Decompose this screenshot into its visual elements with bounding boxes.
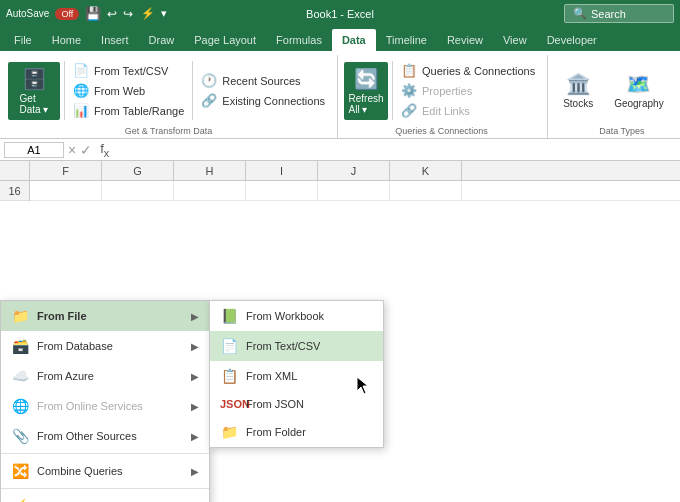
menu-item-from-other[interactable]: 📎 From Other Sources ▶ [1,421,209,451]
cell-f16[interactable] [30,181,102,200]
recent-sources-label: Recent Sources [222,75,300,87]
properties-button[interactable]: ⚙️ Properties [397,81,539,100]
recent-sources-button[interactable]: 🕐 Recent Sources [197,71,329,90]
properties-icon: ⚙️ [401,83,417,98]
formula-bar: × ✓ fx [0,139,680,161]
menu-item-from-azure[interactable]: ☁️ From Azure ▶ [1,361,209,391]
queries-group-label: Queries & Connections [344,124,539,138]
col-header-f[interactable]: F [30,161,102,180]
text-csv-icon: 📄 [73,63,89,78]
menu-item-from-online[interactable]: 🌐 From Online Services ▶ [1,391,209,421]
col-header-h[interactable]: H [174,161,246,180]
search-box[interactable]: 🔍 Search [564,4,674,23]
submenu-item-xml[interactable]: 📋 From XML [210,361,383,391]
get-data-dropdown[interactable]: 📁 From File ▶ 🗃️ From Database ▶ ☁️ From… [0,300,210,502]
tab-review[interactable]: Review [437,29,493,51]
get-data-group-label: Get & Transform Data [8,124,329,138]
launch-pq-icon: ⚡ [11,498,29,502]
tab-file[interactable]: File [4,29,42,51]
expand-data-types-button[interactable]: ▾ [676,68,680,113]
cell-g16[interactable] [102,181,174,200]
cell-j16[interactable] [318,181,390,200]
from-web-button[interactable]: 🌐 From Web [69,81,188,100]
ribbon-items-get-data: 🗄️ GetData ▾ 📄 From Text/CSV 🌐 From Web … [8,57,329,124]
spreadsheet: F G H I J K 16 📁 From File [0,161,680,201]
from-file-submenu[interactable]: 📗 From Workbook 📄 From Text/CSV 📋 From X… [209,300,384,448]
ribbon-group-queries: 🔄 RefreshAll ▾ 📋 Queries & Connections ⚙… [340,55,548,138]
workbook-icon: 📗 [220,308,238,324]
geography-label: Geography [614,98,663,109]
from-table-label: From Table/Range [94,105,184,117]
submenu-item-json[interactable]: JSON From JSON [210,391,383,417]
submenu-item-folder[interactable]: 📁 From Folder [210,417,383,447]
save-icon[interactable]: 💾 [85,6,101,21]
tab-home[interactable]: Home [42,29,91,51]
stocks-button[interactable]: 🏛️ Stocks [554,68,602,113]
tab-view[interactable]: View [493,29,537,51]
tab-developer[interactable]: Developer [537,29,607,51]
from-workbook-label: From Workbook [246,310,324,322]
from-text-csv-button[interactable]: 📄 From Text/CSV [69,61,188,80]
autosave-toggle[interactable]: Off [55,8,79,20]
from-table-button[interactable]: 📊 From Table/Range [69,101,188,120]
from-file-label: From File [37,310,87,322]
menu-item-combine[interactable]: 🔀 Combine Queries ▶ [1,456,209,486]
ribbon-items-data-types: 🏛️ Stocks 🗺️ Geography ▾ [554,57,680,124]
stocks-icon: 🏛️ [566,72,591,96]
autosave-label: AutoSave [6,8,49,19]
from-azure-icon: ☁️ [11,368,29,384]
ribbon: 🗄️ GetData ▾ 📄 From Text/CSV 🌐 From Web … [0,51,680,139]
submenu-item-text-csv[interactable]: 📄 From Text/CSV [210,331,383,361]
ribbon-small-group-data: 📄 From Text/CSV 🌐 From Web 📊 From Table/… [69,61,188,120]
cell-h16[interactable] [174,181,246,200]
menu-item-from-database[interactable]: 🗃️ From Database ▶ [1,331,209,361]
tab-data[interactable]: Data [332,29,376,51]
edit-links-button[interactable]: 🔗 Edit Links [397,101,539,120]
submenu-item-workbook[interactable]: 📗 From Workbook [210,301,383,331]
col-header-j[interactable]: J [318,161,390,180]
row-numbers: 16 [0,181,30,201]
col-header-g[interactable]: G [102,161,174,180]
divider-1 [1,453,209,454]
from-database-label: From Database [37,340,113,352]
geography-button[interactable]: 🗺️ Geography [606,68,671,113]
get-data-button[interactable]: 🗄️ GetData ▾ [8,62,60,120]
tab-insert[interactable]: Insert [91,29,139,51]
more-commands-icon[interactable]: ▾ [161,7,167,20]
get-data-icon: 🗄️ [22,67,47,91]
refresh-all-button[interactable]: 🔄 RefreshAll ▾ [344,62,388,120]
menu-item-from-file[interactable]: 📁 From File ▶ [1,301,209,331]
ribbon-tabs: File Home Insert Draw Page Layout Formul… [0,27,680,51]
from-other-chevron: ▶ [191,431,199,442]
tab-formulas[interactable]: Formulas [266,29,332,51]
col-header-i[interactable]: I [246,161,318,180]
recent-sources-icon: 🕐 [201,73,217,88]
from-json-label: From JSON [246,398,304,410]
formula-bar-check: ✓ [80,142,92,158]
refresh-label: RefreshAll ▾ [349,93,384,115]
from-text-csv-submenu-label: From Text/CSV [246,340,320,352]
from-online-icon: 🌐 [11,398,29,414]
col-header-k[interactable]: K [390,161,462,180]
name-box[interactable] [4,142,64,158]
from-xml-label: From XML [246,370,297,382]
cell-i16[interactable] [246,181,318,200]
undo-icon[interactable]: ↩ [107,7,117,21]
from-other-icon: 📎 [11,428,29,444]
redo-icon[interactable]: ↪ [123,7,133,21]
tab-draw[interactable]: Draw [139,29,185,51]
row-num-header [0,161,30,180]
existing-connections-button[interactable]: 🔗 Existing Connections [197,91,329,110]
customize-icon[interactable]: ⚡ [141,7,155,20]
cell-k16[interactable] [390,181,462,200]
titlebar-right: 🔍 Search [564,4,674,23]
stocks-label: Stocks [563,98,593,109]
queries-connections-button[interactable]: 📋 Queries & Connections [397,61,539,80]
from-text-csv-label: From Text/CSV [94,65,168,77]
tab-page-layout[interactable]: Page Layout [184,29,266,51]
ribbon-small-group-queries: 📋 Queries & Connections ⚙️ Properties 🔗 … [397,61,539,120]
data-types-group-label: Data Types [554,124,680,138]
existing-connections-label: Existing Connections [222,95,325,107]
menu-item-launch-pq[interactable]: ⚡ Launch Power Query Editor... [1,491,209,502]
tab-timeline[interactable]: Timeline [376,29,437,51]
